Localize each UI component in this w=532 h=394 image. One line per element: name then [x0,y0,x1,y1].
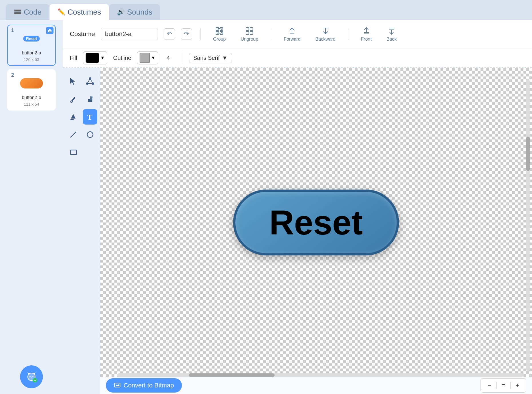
fill-tool[interactable] [66,109,80,125]
canvas-scrollbar-v[interactable] [526,79,530,371]
backward-label: Backward [315,37,336,42]
costume-label: Costume [70,30,95,38]
group-button[interactable]: Group [209,24,230,44]
svg-point-34 [86,83,88,84]
back-button[interactable]: Back [382,24,401,44]
back-label: Back [386,37,397,42]
front-label: Front [361,37,372,42]
fill-color-swatch [86,53,99,63]
svg-point-32 [89,78,91,79]
font-select[interactable]: Sans Serif ▼ [189,53,232,63]
delete-button-1[interactable] [46,27,53,34]
toolbar-divider-1 [200,28,201,40]
zoom-divider-2 [510,382,511,389]
zoom-in-button[interactable]: + [512,380,523,391]
group-label: Group [213,37,226,42]
text-tool[interactable]: T [83,109,97,125]
sounds-icon: 🔊 [117,8,125,16]
canvas-scrollbar-h[interactable] [117,373,523,377]
code-icon: 🟰 [14,8,21,16]
svg-point-41 [87,132,93,137]
costume-name-input[interactable] [101,28,158,40]
svg-point-33 [92,83,94,84]
erase-tool[interactable] [83,91,97,107]
ungroup-button[interactable]: Ungroup [236,24,263,44]
tool-row-5 [66,145,97,160]
line-tool[interactable] [66,127,80,142]
canvas-area[interactable]: Reset [100,68,532,394]
outline-color-swatch [140,53,150,63]
svg-rect-22 [246,31,249,34]
tab-costumes[interactable]: ✏️ Costumes [49,4,109,20]
costume-card-2[interactable]: 2 button2-b 121 x 54 [7,69,56,111]
tab-code-label: Code [24,8,41,17]
forward-button[interactable]: Forward [279,24,305,44]
circle-tool[interactable] [83,127,97,142]
tab-costumes-label: Costumes [68,8,101,17]
rotate-left-button[interactable]: ↶ [164,28,175,40]
toolbar-divider-3 [348,28,348,40]
costume-dims-2: 121 x 54 [24,102,39,107]
properties-bar: Fill ▼ Outline ▼ 4 Sans Serif ▼ [63,48,532,68]
reset-badge: Reset [23,36,40,42]
svg-rect-38 [70,119,74,120]
outline-arrow: ▼ [151,55,156,60]
forward-label: Forward [284,37,301,42]
svg-rect-21 [250,27,253,30]
editor-area: Costume ↶ ↷ Group [63,20,532,394]
prop-divider [181,52,181,64]
fill-color-button[interactable]: ▼ [83,51,108,64]
tab-sounds[interactable]: 🔊 Sounds [109,4,160,20]
svg-rect-20 [246,27,249,30]
svg-rect-19 [217,29,222,33]
svg-text:T: T [87,113,92,121]
svg-rect-23 [250,31,253,34]
front-button[interactable]: Front [356,24,376,44]
tool-row-3: T [66,109,97,125]
zoom-reset-button[interactable]: = [498,380,509,391]
font-value: Sans Serif [193,55,220,61]
costume-number-2: 2 [11,72,14,78]
zoom-divider-1 [496,382,497,389]
bottom-bar: Convert to Bitmap − = + [100,377,532,394]
rotate-right-button[interactable]: ↷ [181,28,192,40]
svg-line-40 [70,132,76,137]
outline-label: Outline [113,55,131,61]
sidebar: 1 Reset button2-a 120 x 53 2 [0,20,63,394]
costume-number-1: 1 [11,27,14,34]
rect-tool[interactable] [66,145,81,160]
tab-bar: 🟰 Code ✏️ Costumes 🔊 Sounds [0,0,532,20]
add-costume-button[interactable] [20,365,43,388]
reset-button-visual: Reset [233,190,399,255]
convert-bitmap-button[interactable]: Convert to Bitmap [106,378,182,393]
costume-card-1[interactable]: 1 Reset button2-a 120 x 53 [7,25,56,66]
select-tool[interactable] [66,74,80,89]
main-content: 1 Reset button2-a 120 x 53 2 [0,20,532,394]
fill-color-arrow: ▼ [100,55,105,60]
zoom-controls: − = + [481,378,526,393]
ungroup-label: Ungroup [241,37,258,42]
zoom-out-button[interactable]: − [484,380,495,391]
scrollbar-thumb-h [189,373,275,377]
drawing-wrapper: T [63,68,532,394]
costumes-icon: ✏️ [57,8,65,16]
tools-panel: T [63,68,100,394]
reshape-tool[interactable] [83,74,97,89]
toolbar: Costume ↶ ↷ Group [63,20,532,48]
orange-pill-preview [20,78,43,88]
costume-preview-2 [14,73,49,93]
fill-label: Fill [70,55,77,61]
tool-row-1 [66,74,97,89]
outline-color-button[interactable]: ▼ [137,51,158,64]
canvas-content: Reset [100,68,532,377]
tab-code[interactable]: 🟰 Code [6,4,49,20]
convert-bitmap-label: Convert to Bitmap [124,382,174,389]
costume-name-2: button2-b [22,95,41,100]
svg-rect-14 [35,379,35,381]
font-arrow: ▼ [222,55,228,61]
backward-button[interactable]: Backward [311,24,340,44]
brush-tool[interactable] [66,91,80,107]
svg-point-9 [29,376,31,377]
stroke-width: 4 [164,54,173,62]
svg-marker-30 [70,78,75,85]
